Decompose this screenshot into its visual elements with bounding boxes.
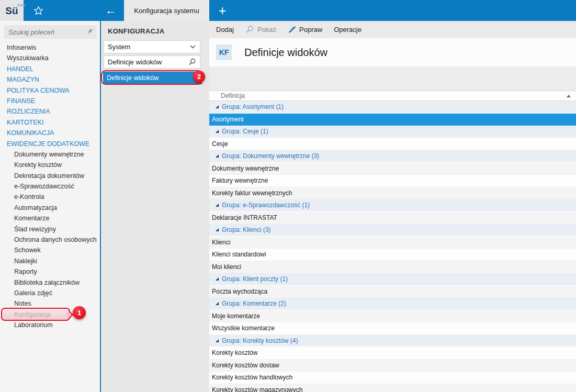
button-label: Pokaż (257, 26, 276, 33)
table-group-row[interactable]: Grupa: e-Sprawozdawczość (1) (209, 199, 576, 212)
sidebar-item-korekty-koszt-w[interactable]: Korekty kosztów (0, 160, 100, 170)
sidebar-item-kartoteki[interactable]: KARTOTEKI (0, 117, 100, 128)
pin-icon[interactable] (86, 28, 93, 36)
row-label: Korekty kosztów dostaw (212, 362, 279, 369)
table-row[interactable]: Korekty kosztów handlowych (209, 372, 576, 384)
button-label: Popraw (299, 26, 322, 33)
view-header: KF Definicje widoków (209, 38, 576, 66)
plus-icon[interactable]: + (214, 4, 230, 17)
search-input[interactable] (4, 28, 86, 36)
sidebar-item-e-kontrola[interactable]: e-Kontrola (0, 192, 100, 202)
row-label: Cesje (212, 140, 228, 148)
sidebar-item-magazyn[interactable]: MAGAZYN (0, 74, 100, 85)
sidebar-item-e-sprawozdawczo[interactable]: e-Sprawozdawczość (0, 181, 100, 192)
sidebar-item-dekretacja-dokument-w[interactable]: Dekretacja dokumentów (0, 171, 100, 181)
column-header-label: Definicja (221, 92, 245, 99)
sidebar-item-biblioteka-za-cznik-w[interactable]: Biblioteka załączników (0, 277, 100, 288)
group-expanded-icon[interactable] (216, 228, 219, 231)
group-label: Grupa: Cesje (1) (222, 128, 268, 135)
table-row[interactable]: Korekty kosztów magazynowych (209, 384, 576, 392)
sidebar-item-galeria-zdj[interactable]: Galeria zdjęć (0, 288, 100, 298)
tab-konfiguracja-systemu[interactable]: Konfiguracja systemu (124, 0, 209, 21)
table-group-row[interactable]: Grupa: Komentarze (2) (209, 298, 576, 310)
group-expanded-icon[interactable] (216, 105, 219, 108)
table-row[interactable]: Korekty kosztów (209, 347, 576, 360)
table-row[interactable]: Moje komentarze (209, 310, 576, 323)
sidebar-item-ochrona-danych-osobowych[interactable]: Ochrona danych osobowych (0, 234, 100, 245)
group-label: Grupa: Klienci (3) (222, 226, 270, 233)
table-row[interactable]: Wszystkie komentarze (209, 322, 576, 335)
group-label: Grupa: Korekty kosztów (4) (222, 337, 298, 344)
table-group-row[interactable]: Grupa: Korekty kosztów (4) (209, 335, 576, 348)
group-label: Grupa: Klient poczty (1) (222, 275, 288, 283)
table-group-row[interactable]: Grupa: Klienci (3) (209, 224, 576, 237)
sidebar-item-automatyzacja[interactable]: Automatyzacja (0, 203, 100, 213)
group-expanded-icon[interactable] (216, 302, 219, 305)
table-row[interactable]: Korekty faktur wewnętrznych (209, 187, 576, 200)
table-group-row[interactable]: Grupa: Asortyment (1) (209, 101, 576, 114)
logo-pro-badge: PRO (17, 4, 26, 7)
sidebar-item-laboratorium[interactable]: Laboratorium (0, 320, 100, 330)
config-category-dropdown[interactable]: System (104, 40, 200, 53)
main-area: DodajPokażPoprawOperacje KF Definicje wi… (209, 21, 576, 392)
table-row[interactable]: Klienci (209, 237, 576, 249)
table-row[interactable]: Dokumenty wewnętrzne (209, 163, 576, 175)
row-label: Korekty kosztów magazynowych (212, 386, 302, 392)
row-label: Korekty kosztów (212, 349, 257, 356)
dropdown-value: System (104, 43, 190, 51)
group-expanded-icon[interactable] (216, 204, 219, 207)
table-group-row[interactable]: Grupa: Klient poczty (1) (209, 273, 576, 286)
sidebar-item-polityka-cenowa[interactable]: POLITYKA CENOWA (0, 85, 100, 96)
poka-button[interactable]: Pokaż (245, 25, 276, 34)
magnifier-icon[interactable] (188, 58, 196, 66)
app-logo[interactable]: SüPRO (0, 0, 24, 21)
table-body: Grupa: Asortyment (1)AsortymentGrupa: Ce… (209, 101, 576, 392)
column-header-definicja[interactable]: Definicja (209, 91, 576, 101)
sidebar: InfoserwisWyszukiwarkaHANDELMAGAZYNPOLIT… (0, 21, 100, 392)
sidebar-item-komunikacja[interactable]: KOMUNIKACJA (0, 128, 100, 138)
row-label: Wszystkie komentarze (212, 324, 275, 332)
sidebar-item-handel[interactable]: HANDEL (0, 64, 100, 74)
dodaj-button[interactable]: Dodaj (216, 26, 234, 33)
group-expanded-icon[interactable] (216, 154, 219, 158)
row-label: Korekty faktur wewnętrznych (212, 189, 292, 197)
sidebar-item-infoserwis[interactable]: Infoserwis (0, 42, 100, 53)
annotation-badge-1: 1 (73, 306, 86, 319)
star-icon[interactable] (33, 5, 44, 16)
operacje-button[interactable]: Operacje (334, 26, 362, 33)
back-arrow-icon[interactable]: ← (105, 5, 117, 16)
config-search-box[interactable] (104, 55, 200, 69)
tab-label: Konfiguracja systemu (134, 7, 199, 15)
sidebar-item-naklejki[interactable]: Naklejki (0, 256, 100, 266)
config-search-input[interactable] (104, 58, 188, 66)
sidebar-search-box[interactable] (4, 25, 97, 39)
sidebar-item-dokumenty-wewn-trzne[interactable]: Dokumenty wewnętrzne (0, 149, 100, 160)
table-row[interactable]: Cesje (209, 138, 576, 151)
table-group-row[interactable]: Grupa: Dokumenty wewnętrzne (3) (209, 150, 576, 163)
sidebar-item-raporty[interactable]: Raporty (0, 266, 100, 277)
group-expanded-icon[interactable] (216, 339, 219, 342)
sidebar-menu: InfoserwisWyszukiwarkaHANDELMAGAZYNPOLIT… (0, 42, 100, 331)
group-expanded-icon[interactable] (216, 130, 219, 133)
config-panel-title: KONFIGURACJA (108, 27, 164, 35)
group-label: Grupa: Komentarze (2) (222, 300, 286, 307)
sidebar-item-komentarze[interactable]: Komentarze (0, 213, 100, 223)
table-row[interactable]: Klienci standardowi (209, 249, 576, 261)
sidebar-item-rozliczenia[interactable]: ROZLICZENIA (0, 106, 100, 117)
popraw-button[interactable]: Popraw (288, 26, 322, 34)
sidebar-item-wyszukiwarka[interactable]: Wyszukiwarka (0, 53, 100, 63)
definitions-table: Definicja Grupa: Asortyment (1)Asortymen… (209, 91, 576, 392)
table-row[interactable]: Deklaracje INTRASTAT (209, 212, 576, 225)
table-row[interactable]: Asortyment (209, 114, 576, 126)
table-group-row[interactable]: Grupa: Cesje (1) (209, 126, 576, 138)
group-expanded-icon[interactable] (216, 277, 219, 281)
sidebar-item-finanse[interactable]: FINANSE (0, 96, 100, 106)
table-row[interactable]: Moi klienci (209, 261, 576, 274)
table-row[interactable]: Korekty kosztów dostaw (209, 360, 576, 372)
sidebar-item-schowek[interactable]: Schowek (0, 245, 100, 255)
sidebar-item-ewidencje-dodatkowe[interactable]: EWIDENCJE DODATKOWE (0, 139, 100, 149)
sidebar-item-lad-rewizyjny[interactable]: Ślad rewizyjny (0, 224, 100, 234)
table-row[interactable]: Faktury wewnętrzne (209, 175, 576, 187)
row-label: Dokumenty wewnętrzne (212, 165, 279, 172)
table-row[interactable]: Poczta wychodząca (209, 286, 576, 298)
